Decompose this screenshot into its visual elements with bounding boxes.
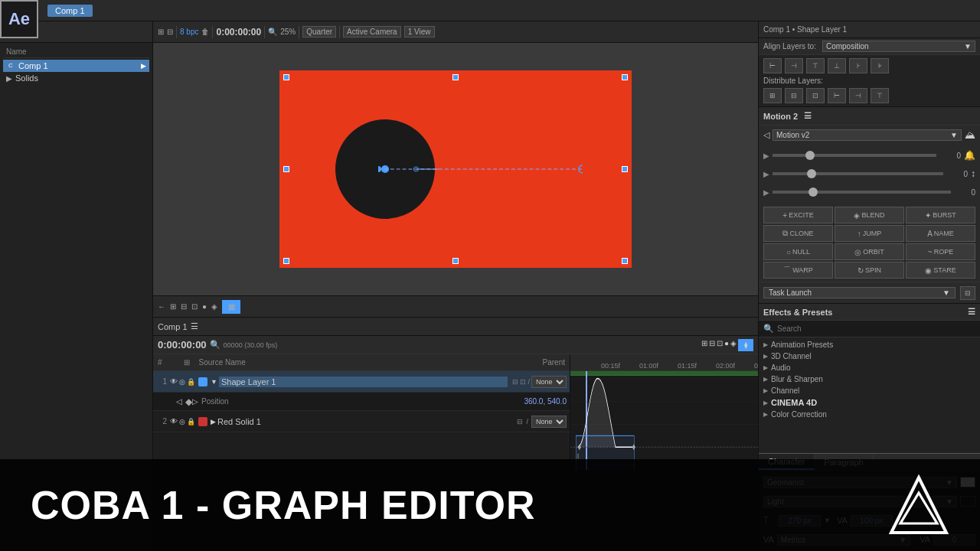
slider2-track[interactable] (773, 172, 943, 175)
layer-controls-icons-1: ⊟ ⊡ / (512, 378, 530, 386)
keyframe-btn[interactable]: ⧫ (738, 339, 753, 351)
dist-hc[interactable]: ⊟ (785, 88, 803, 103)
toolbar-btn4[interactable]: ⊡ (191, 302, 198, 311)
effects-search-input[interactable] (777, 324, 975, 333)
handle-tr[interactable] (622, 74, 628, 80)
layer-list: # ⊞ Source Name Parent 1 👁 ◎ 🔒 (153, 354, 570, 470)
handle-mr[interactable] (622, 166, 628, 172)
align-right[interactable]: ⊤ (806, 58, 825, 73)
dist-l[interactable]: ⊞ (763, 88, 782, 103)
layer-expand-1[interactable]: ▼ (211, 378, 217, 386)
view-count[interactable]: 1 View (404, 26, 435, 37)
clone-btn[interactable]: ⧉ CLONE (763, 225, 833, 242)
keyframe-add[interactable]: ◆ (185, 396, 192, 407)
slider1-track[interactable] (773, 154, 936, 157)
toolbar-btn5[interactable]: ● (202, 302, 207, 311)
motion2-menu[interactable]: ☰ (804, 111, 812, 121)
project-item-solids[interactable]: ▶ Solids (3, 72, 149, 84)
parent-select-2[interactable]: None (531, 416, 567, 428)
layer-lock-2[interactable]: 🔒 (187, 418, 195, 425)
transport-btn3[interactable]: ⊡ (717, 339, 723, 351)
project-item-comp1[interactable]: C Comp 1 ▶ (3, 60, 149, 72)
toolbar-btn2[interactable]: ⊞ (170, 302, 176, 311)
excite-btn[interactable]: + EXCITE (763, 207, 833, 223)
align-hcenter[interactable]: ⊣ (785, 58, 803, 73)
dist-vc[interactable]: ⊣ (849, 88, 867, 103)
spin-btn[interactable]: ↻ SPIN (835, 262, 904, 279)
blend-btn[interactable]: ◈ BLEND (835, 207, 904, 223)
null-btn[interactable]: ○ NULL (763, 243, 833, 260)
dist-r[interactable]: ⊡ (806, 88, 825, 103)
layer-row-2[interactable]: 2 👁 ◎ 🔒 ▶ Red Solid 1 ⊟ / None (153, 411, 570, 432)
layer-controls-2: 👁 ◎ 🔒 (170, 417, 195, 425)
warp-btn[interactable]: ⌒ WARP (763, 262, 833, 279)
handle-tl[interactable] (283, 74, 289, 80)
layer-solo-2[interactable]: ◎ (179, 418, 185, 425)
search-timeline[interactable]: 🔍 (210, 340, 220, 350)
layer-eye-2[interactable]: 👁 (170, 417, 178, 425)
category-channel[interactable]: ▶ Channel (759, 385, 980, 396)
transport-btn5[interactable]: ◈ (730, 339, 737, 351)
keyframe-nav-right[interactable]: ▷ (192, 397, 198, 406)
rope-btn[interactable]: ~ ROPE (906, 243, 975, 260)
layer-eye-1[interactable]: 👁 (170, 377, 178, 386)
transport-btn2[interactable]: ⊟ (709, 339, 715, 351)
slider2-thumb[interactable] (807, 169, 816, 178)
task-settings-btn[interactable]: ⊟ (960, 286, 975, 300)
layer-row-1[interactable]: 1 👁 ◎ 🔒 ▼ Shape Layer 1 ⊟ ⊡ / (153, 371, 570, 393)
layer-expand-2[interactable]: ▶ (211, 418, 216, 425)
category-audio[interactable]: ▶ Audio (759, 362, 980, 373)
comp-tab-timeline[interactable]: Comp 1 (158, 322, 188, 331)
graph-editor-area: 00:15f 01:00f 01:15f 02:00f 02:15f 03:00… (570, 354, 758, 470)
toolbar-btn6[interactable]: ◈ (211, 302, 217, 311)
dist-b[interactable]: ⊤ (871, 88, 889, 103)
category-3d[interactable]: ▶ 3D Channel (759, 350, 980, 362)
layer-lock-1[interactable]: 🔒 (187, 378, 195, 386)
handle-bc[interactable] (452, 258, 459, 264)
timeline-menu-icon[interactable]: ☰ (191, 321, 198, 331)
keyframe-nav-left[interactable]: ◁ (176, 397, 182, 406)
align-top[interactable]: ⊥ (828, 58, 846, 73)
parent-select-1[interactable]: None (531, 376, 567, 388)
slider1-thumb[interactable] (805, 151, 815, 160)
align-left[interactable]: ⊢ (763, 58, 782, 73)
handle-bl[interactable] (283, 258, 289, 264)
orbit-btn[interactable]: ◎ ORBIT (835, 243, 904, 260)
layer-name-2[interactable]: Red Solid 1 (217, 417, 515, 426)
effects-menu[interactable]: ☰ (968, 307, 975, 317)
handle-br[interactable] (622, 258, 628, 264)
align-bottom[interactable]: ⊧ (871, 58, 889, 73)
category-color[interactable]: ▶ Color Correction (759, 409, 980, 420)
transport-btn4[interactable]: ● (724, 339, 729, 351)
graph-editor-btn[interactable]: ▦ (222, 300, 240, 314)
layer-color-1 (198, 377, 207, 386)
stare-btn[interactable]: ◉ STARE (906, 262, 975, 279)
layer-solo-1[interactable]: ◎ (179, 378, 185, 386)
task-dropdown[interactable]: Task Launch ▼ (763, 287, 956, 298)
align-vcenter[interactable]: ⊦ (849, 58, 867, 73)
handle-tc[interactable] (452, 74, 459, 80)
handle-ml[interactable] (283, 166, 289, 172)
arrow-left[interactable]: ◁ (763, 130, 769, 140)
blend-icon: ◈ (854, 211, 860, 220)
name-btn[interactable]: A NAME (906, 225, 975, 242)
slider3-thumb[interactable] (808, 187, 818, 197)
dist-t[interactable]: ⊢ (828, 88, 846, 103)
comp-tab[interactable]: Comp 1 (47, 5, 93, 17)
effects-search-icon: 🔍 (763, 324, 774, 334)
category-animation[interactable]: ▶ Animation Presets (759, 339, 980, 350)
effects-panel: Effects & Presets ☰ 🔍 ▶ Animation Preset… (759, 304, 980, 453)
jump-btn[interactable]: ↑ JUMP (835, 225, 904, 242)
transport-btn1[interactable]: ⊞ (701, 339, 707, 351)
quality-selector[interactable]: Quarter (302, 26, 336, 37)
category-cinema4d[interactable]: ▶ CINEMA 4D (759, 396, 980, 409)
layer-name-1[interactable]: Shape Layer 1 (219, 377, 508, 387)
active-camera[interactable]: Active Camera (343, 26, 401, 37)
category-blur[interactable]: ▶ Blur & Sharpen (759, 373, 980, 385)
plugin-dropdown[interactable]: Motion v2 ▼ (773, 129, 962, 141)
align-target-dropdown[interactable]: Composition ▼ (822, 41, 975, 52)
burst-btn[interactable]: ✦ BURST (906, 207, 975, 223)
slider3-track[interactable] (773, 191, 951, 194)
toolbar-btn1[interactable]: ← (158, 302, 165, 311)
toolbar-btn3[interactable]: ⊟ (181, 302, 187, 311)
